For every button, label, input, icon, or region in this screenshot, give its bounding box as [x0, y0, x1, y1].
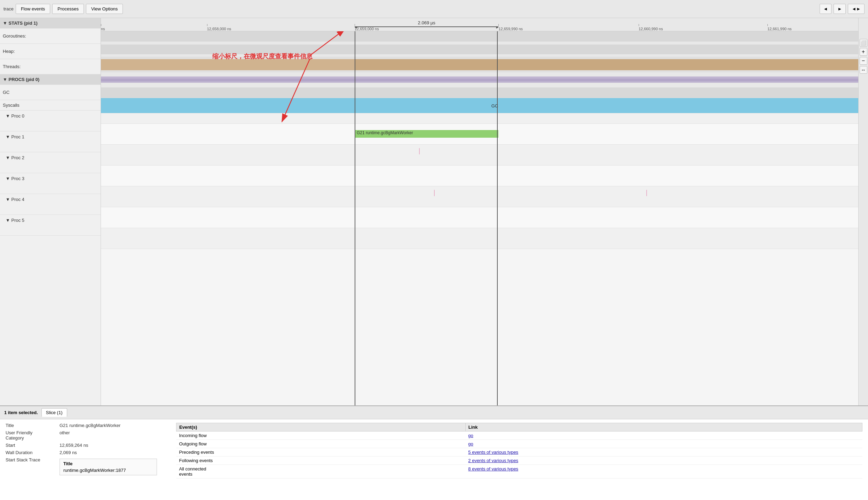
goroutines-label: Goroutines: [3, 33, 26, 39]
cursor-tool-button[interactable]: ⬜ [860, 39, 867, 47]
timeline-container: ns 12,658,000 ns 12,659,000 ns 12,659,99… [101, 18, 858, 405]
stack-trace-value: runtime.gcBgMarkWorker:1877 [63, 468, 153, 473]
ruler-tick-1: 12,658,000 ns [207, 27, 231, 31]
sidebar-proc4[interactable]: ▼ Proc 4 [0, 194, 101, 215]
toolbar: trace Flow events Processes View Options… [0, 0, 868, 18]
fit-button[interactable]: ↔ [860, 66, 867, 74]
slice-tab[interactable]: Slice (1) [41, 408, 67, 417]
view-options-button[interactable]: View Options [86, 4, 123, 14]
start-field-value: 12,659,264 ns [60, 443, 88, 448]
event-link-0[interactable]: go [465, 432, 862, 440]
heap-label: Heap: [3, 49, 15, 54]
track-proc1 [101, 145, 858, 166]
panel-content: Title G21 runtime.gcBgMarkWorker User Fr… [0, 419, 868, 482]
nav-back-button[interactable]: ◄ [820, 4, 832, 14]
events-data-table: Event(s) Link Incoming flowgoOutgoing fl… [176, 423, 862, 478]
track-proc2 [101, 166, 858, 186]
main-area: ▼ STATS (pid 1) Goroutines: Heap: Thread… [0, 18, 868, 500]
stats-toggle-icon: ▼ [3, 21, 7, 26]
nav-expand-button[interactable]: ◄► [848, 4, 865, 14]
info-row-start: Start 12,659,264 ns [6, 443, 165, 448]
sidebar-heap: Heap: [0, 44, 101, 59]
stats-label: STATS (pid 1) [9, 21, 38, 26]
event-row-0: Incoming flowgo [176, 432, 862, 440]
duration-label: 2.069 µs [418, 20, 435, 25]
proc4-toggle: ▼ [6, 197, 10, 202]
gc-label: GC [3, 90, 10, 95]
track-procs-header [101, 88, 858, 98]
ruler-tick-4: 12,660,990 ns [639, 27, 663, 31]
ruler-tick-0: ns [101, 27, 105, 31]
event-row-1: Outgoing flowgo [176, 440, 862, 448]
nav-forward-button[interactable]: ► [834, 4, 846, 14]
info-row-duration: Wall Duration 2,069 ns [6, 450, 165, 455]
track-gc: GC [101, 98, 858, 113]
proc0-label: Proc 0 [11, 113, 25, 119]
event-link-4[interactable]: 8 events of various types [465, 465, 862, 478]
event-name-3: Following events [176, 457, 466, 465]
track-heap [101, 57, 858, 72]
tracks-area[interactable]: GC G21 runtime.gcBgMarkWorker [101, 31, 858, 405]
event-link-1[interactable]: go [465, 440, 862, 448]
proc2-label: Proc 2 [11, 155, 25, 160]
sidebar-gc: GC [0, 85, 101, 100]
zoom-out-button[interactable]: − [860, 57, 867, 65]
duration-field-label: Wall Duration [6, 450, 60, 455]
event-link-3[interactable]: 2 events of various types [465, 457, 862, 465]
duration-line [355, 26, 498, 27]
track-syscalls [101, 113, 858, 124]
event-link-2[interactable]: 5 events of various types [465, 448, 862, 457]
info-row-category: User FriendlyCategory other [6, 430, 165, 441]
title-field-label: Title [6, 423, 60, 428]
sidebar-threads: Threads: [0, 59, 101, 74]
event-row-2: Preceding events5 events of various type… [176, 448, 862, 457]
stack-trace-field-label: Start Stack Trace [6, 457, 60, 462]
sidebar: ▼ STATS (pid 1) Goroutines: Heap: Thread… [0, 18, 101, 405]
info-table: Title G21 runtime.gcBgMarkWorker User Fr… [0, 419, 171, 482]
sidebar-proc0[interactable]: ▼ Proc 0 [0, 111, 101, 131]
sidebar-proc2[interactable]: ▼ Proc 2 [0, 152, 101, 173]
procs-toggle-icon: ▼ [3, 77, 7, 82]
selected-label: 1 item selected. [4, 410, 38, 415]
selection-right-line [497, 31, 498, 405]
sidebar-proc3[interactable]: ▼ Proc 3 [0, 173, 101, 194]
sidebar-section: ▼ STATS (pid 1) Goroutines: Heap: Thread… [0, 18, 101, 236]
event-row-4: All connected events8 events of various … [176, 465, 862, 478]
proc4-label: Proc 4 [11, 197, 25, 202]
flow-events-button[interactable]: Flow events [16, 4, 50, 14]
sidebar-procs-header[interactable]: ▼ PROCS (pid 0) [0, 74, 101, 85]
track-proc4 [101, 207, 858, 228]
procs-label: PROCS (pid 0) [9, 77, 40, 82]
info-row-stack-trace: Start Stack Trace Title runtime.gcBgMark… [6, 457, 165, 475]
selection-left-line [355, 31, 355, 405]
proc0-toggle: ▼ [6, 113, 10, 119]
sidebar-stats-header[interactable]: ▼ STATS (pid 1) [0, 18, 101, 29]
duration-field-value: 2,069 ns [60, 450, 77, 455]
track-proc5 [101, 228, 858, 249]
sidebar-goroutines: Goroutines: [0, 29, 101, 44]
goroutine-bar-label: G21 runtime.gcBgMarkWorker [355, 130, 413, 135]
zoom-in-button[interactable]: + [860, 48, 867, 56]
stack-trace-header: Title [63, 461, 153, 466]
proc5-label: Proc 5 [11, 218, 25, 223]
sidebar-proc1[interactable]: ▼ Proc 1 [0, 131, 101, 152]
proc1-toggle: ▼ [6, 134, 10, 139]
sidebar-syscalls: Syscalls [0, 100, 101, 111]
track-goroutines [101, 42, 858, 57]
threads-label: Threads: [3, 64, 21, 69]
ruler-tick-3: 12,659,990 ns [498, 27, 523, 31]
proc2-toggle: ▼ [6, 155, 10, 160]
start-field-label: Start [6, 443, 60, 448]
link-col-header: Link [465, 423, 862, 432]
bottom-panel: 1 item selected. Slice (1) Title G21 run… [0, 406, 868, 500]
stack-trace-box: Title runtime.gcBgMarkWorker:1877 [60, 459, 157, 475]
event-name-1: Outgoing flow [176, 440, 466, 448]
ruler-tick-2: 12,659,000 ns [355, 27, 379, 31]
sidebar-proc5[interactable]: ▼ Proc 5 [0, 215, 101, 236]
timeline-ruler: ns 12,658,000 ns 12,659,000 ns 12,659,99… [101, 18, 858, 31]
app-title: trace [3, 6, 14, 11]
info-row-title: Title G21 runtime.gcBgMarkWorker [6, 423, 165, 428]
event-row-3: Following events2 events of various type… [176, 457, 862, 465]
title-field-value: G21 runtime.gcBgMarkWorker [60, 423, 120, 428]
processes-button[interactable]: Processes [52, 4, 84, 14]
